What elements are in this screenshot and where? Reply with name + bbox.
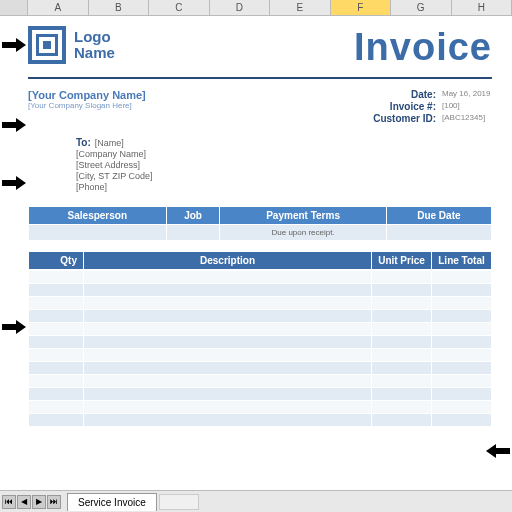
invoice-title: Invoice — [354, 26, 492, 69]
table-row[interactable] — [29, 388, 492, 401]
tab-nav-prev-icon[interactable]: ◀ — [17, 495, 31, 509]
table-row[interactable] — [29, 271, 492, 284]
table-row[interactable] — [29, 323, 492, 336]
cell-qty[interactable] — [29, 349, 84, 362]
cell-unit[interactable] — [372, 310, 432, 323]
cell-job[interactable] — [166, 225, 220, 241]
th-salesperson: Salesperson — [29, 207, 167, 225]
cell-unit[interactable] — [372, 271, 432, 284]
company-name[interactable]: [Your Company Name] — [28, 89, 146, 101]
cell-unit[interactable] — [372, 349, 432, 362]
cell-unit[interactable] — [372, 362, 432, 375]
to-phone[interactable]: [Phone] — [76, 182, 492, 192]
logo-text-1: Logo — [74, 29, 115, 46]
table-row[interactable] — [29, 375, 492, 388]
cell-desc[interactable] — [84, 336, 372, 349]
th-duedate: Due Date — [386, 207, 491, 225]
table-row[interactable] — [29, 401, 492, 414]
cell-unit[interactable] — [372, 336, 432, 349]
cell-total[interactable] — [432, 297, 492, 310]
table-row[interactable] — [29, 297, 492, 310]
cell-qty[interactable] — [29, 297, 84, 310]
logo-block: Logo Name — [28, 26, 115, 64]
th-desc: Description — [84, 252, 372, 270]
cell-desc[interactable] — [84, 362, 372, 375]
table-row[interactable]: Due upon receipt. — [29, 225, 492, 241]
cell-unit[interactable] — [372, 401, 432, 414]
cell-total[interactable] — [432, 323, 492, 336]
cell-total[interactable] — [432, 414, 492, 427]
table-row[interactable] — [29, 349, 492, 362]
col-header-C[interactable]: C — [149, 0, 210, 15]
table-row[interactable] — [29, 414, 492, 427]
cell-unit[interactable] — [372, 297, 432, 310]
cell-qty[interactable] — [29, 414, 84, 427]
cell-salesperson[interactable] — [29, 225, 167, 241]
customer-id-value[interactable]: [ABC12345] — [442, 113, 492, 124]
cell-qty[interactable] — [29, 284, 84, 297]
date-label: Date: — [411, 89, 436, 100]
invoice-num-value[interactable]: [100] — [442, 101, 492, 112]
cell-qty[interactable] — [29, 362, 84, 375]
cell-desc[interactable] — [84, 284, 372, 297]
cell-desc[interactable] — [84, 375, 372, 388]
col-header-A[interactable]: A — [28, 0, 89, 15]
tab-nav-next-icon[interactable]: ▶ — [32, 495, 46, 509]
cell-total[interactable] — [432, 362, 492, 375]
cell-qty[interactable] — [29, 336, 84, 349]
table-row[interactable] — [29, 310, 492, 323]
cell-qty[interactable] — [29, 310, 84, 323]
cell-desc[interactable] — [84, 388, 372, 401]
table-row[interactable] — [29, 284, 492, 297]
cell-desc[interactable] — [84, 401, 372, 414]
table-row[interactable] — [29, 362, 492, 375]
to-street[interactable]: [Street Address] — [76, 160, 492, 170]
tab-nav-last-icon[interactable]: ⏭ — [47, 495, 61, 509]
cell-desc[interactable] — [84, 323, 372, 336]
col-header-G[interactable]: G — [391, 0, 452, 15]
cell-qty[interactable] — [29, 323, 84, 336]
cell-qty[interactable] — [29, 388, 84, 401]
cell-total[interactable] — [432, 349, 492, 362]
col-header-H[interactable]: H — [452, 0, 513, 15]
cell-unit[interactable] — [372, 414, 432, 427]
cell-qty[interactable] — [29, 271, 84, 284]
cell-unit[interactable] — [372, 388, 432, 401]
to-company[interactable]: [Company Name] — [76, 149, 492, 159]
table-row[interactable] — [29, 336, 492, 349]
cell-total[interactable] — [432, 284, 492, 297]
col-header-F[interactable]: F — [331, 0, 392, 15]
col-header-B[interactable]: B — [89, 0, 150, 15]
cell-desc[interactable] — [84, 414, 372, 427]
new-sheet-button[interactable] — [159, 494, 199, 510]
cell-desc[interactable] — [84, 297, 372, 310]
tab-nav-first-icon[interactable]: ⏮ — [2, 495, 16, 509]
cell-total[interactable] — [432, 375, 492, 388]
cell-desc[interactable] — [84, 271, 372, 284]
select-all-cell[interactable] — [0, 0, 28, 15]
cell-desc[interactable] — [84, 349, 372, 362]
col-header-D[interactable]: D — [210, 0, 271, 15]
cell-total[interactable] — [432, 401, 492, 414]
date-value[interactable]: May 16, 2019 — [442, 89, 492, 100]
cell-total[interactable] — [432, 271, 492, 284]
sheet-tab[interactable]: Service Invoice — [67, 493, 157, 511]
to-name[interactable]: [Name] — [95, 138, 124, 148]
cell-unit[interactable] — [372, 284, 432, 297]
cell-total[interactable] — [432, 336, 492, 349]
to-city[interactable]: [City, ST ZIP Code] — [76, 171, 492, 181]
cell-duedate[interactable] — [386, 225, 491, 241]
cell-qty[interactable] — [29, 401, 84, 414]
col-header-E[interactable]: E — [270, 0, 331, 15]
sheet-tabs-bar: ⏮ ◀ ▶ ⏭ Service Invoice — [0, 490, 512, 512]
cell-unit[interactable] — [372, 323, 432, 336]
cell-qty[interactable] — [29, 375, 84, 388]
cell-desc[interactable] — [84, 310, 372, 323]
pointer-arrow-icon — [2, 38, 26, 52]
cell-total[interactable] — [432, 310, 492, 323]
pointer-arrow-icon — [2, 118, 26, 132]
company-slogan[interactable]: [Your Company Slogan Here] — [28, 101, 146, 110]
cell-payment[interactable]: Due upon receipt. — [220, 225, 386, 241]
cell-total[interactable] — [432, 388, 492, 401]
cell-unit[interactable] — [372, 375, 432, 388]
